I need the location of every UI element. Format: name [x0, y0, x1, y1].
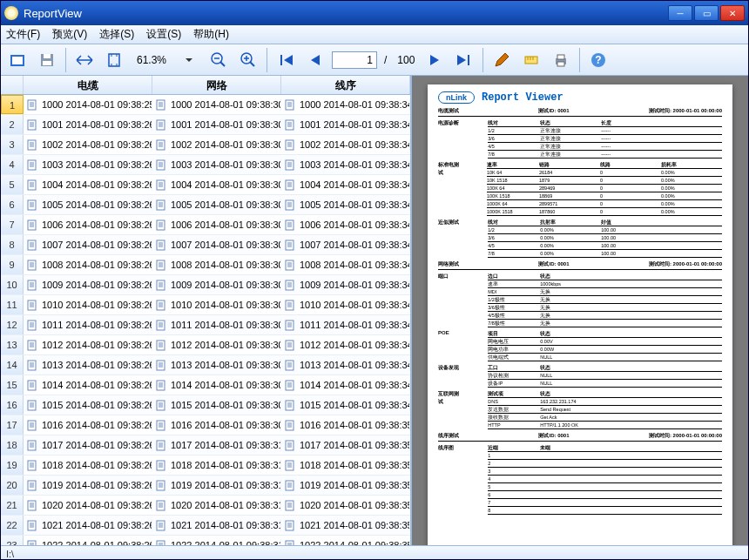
row-number[interactable]: 8 [1, 235, 24, 254]
cell-network[interactable]: 1001 2014-08-01 09:38:30 [152, 119, 281, 131]
cell-network[interactable]: 1009 2014-08-01 09:38:30 [152, 280, 281, 291]
row-number[interactable]: 1 [1, 95, 24, 114]
ruler-button[interactable] [518, 47, 544, 73]
cell-sequence[interactable]: 1017 2014-08-01 09:38:35 [281, 440, 410, 451]
cell-cable[interactable]: 1018 2014-08-01 09:38:26 [24, 460, 152, 471]
cell-cable[interactable]: 1006 2014-08-01 09:38:26 [24, 219, 152, 231]
table-row[interactable]: 7 1006 2014-08-01 09:38:26 1006 2014-08-… [1, 215, 410, 235]
help-button[interactable]: ? [585, 47, 611, 73]
first-page-button[interactable] [273, 47, 299, 73]
row-number[interactable]: 17 [1, 415, 24, 435]
zoom-out-button[interactable] [206, 47, 232, 73]
cell-cable[interactable]: 1021 2014-08-01 09:38:26 [24, 520, 152, 531]
menu-settings[interactable]: 设置(S) [146, 27, 181, 42]
table-row[interactable]: 14 1013 2014-08-01 09:38:26 1013 2014-08… [1, 355, 410, 375]
table-row[interactable]: 15 1014 2014-08-01 09:38:26 1014 2014-08… [1, 375, 410, 395]
table-row[interactable]: 1 1000 2014-08-01 09:38:25 1000 2014-08-… [1, 95, 410, 115]
cell-network[interactable]: 1018 2014-08-01 09:38:31 [152, 460, 281, 471]
table-row[interactable]: 17 1016 2014-08-01 09:38:26 1016 2014-08… [1, 415, 410, 435]
row-number[interactable]: 20 [1, 476, 24, 495]
cell-cable[interactable]: 1019 2014-08-01 09:38:26 [24, 480, 152, 491]
fit-page-button[interactable] [101, 47, 127, 73]
col-cable[interactable]: 电缆 [24, 76, 152, 94]
edit-button[interactable] [489, 47, 515, 73]
cell-sequence[interactable]: 1022 2014-08-01 09:38:35 [281, 540, 410, 546]
cell-sequence[interactable]: 1016 2014-08-01 09:38:35 [281, 420, 410, 431]
row-number[interactable]: 14 [1, 355, 24, 374]
row-number[interactable]: 21 [1, 496, 24, 515]
cell-sequence[interactable]: 1021 2014-08-01 09:38:35 [281, 520, 410, 531]
row-number[interactable]: 6 [1, 195, 24, 214]
cell-sequence[interactable]: 1014 2014-08-01 09:38:34 [281, 380, 410, 391]
cell-sequence[interactable]: 1008 2014-08-01 09:38:34 [281, 260, 410, 271]
cell-network[interactable]: 1000 2014-08-01 09:38:30 [152, 99, 281, 111]
row-number[interactable]: 11 [1, 295, 24, 314]
row-number[interactable]: 23 [1, 536, 24, 545]
page-input[interactable] [332, 51, 377, 69]
minimize-button[interactable]: ─ [668, 5, 692, 21]
table-row[interactable]: 18 1017 2014-08-01 09:38:26 1017 2014-08… [1, 435, 410, 455]
cell-cable[interactable]: 1008 2014-08-01 09:38:26 [24, 260, 152, 271]
print-button[interactable] [548, 47, 574, 73]
cell-sequence[interactable]: 1011 2014-08-01 09:38:34 [281, 320, 410, 331]
table-row[interactable]: 12 1011 2014-08-01 09:38:26 1011 2014-08… [1, 315, 410, 335]
cell-sequence[interactable]: 1012 2014-08-01 09:38:34 [281, 340, 410, 351]
cell-cable[interactable]: 1017 2014-08-01 09:38:26 [24, 440, 152, 451]
menu-help[interactable]: 帮助(H) [193, 27, 229, 42]
fit-width-button[interactable] [71, 47, 98, 73]
cell-network[interactable]: 1002 2014-08-01 09:38:30 [152, 139, 281, 151]
col-sequence[interactable]: 线序 [281, 76, 410, 94]
row-number[interactable]: 18 [1, 435, 24, 455]
row-number[interactable]: 15 [1, 375, 24, 395]
cell-cable[interactable]: 1002 2014-08-01 09:38:26 [24, 139, 152, 151]
table-row[interactable]: 20 1019 2014-08-01 09:38:26 1019 2014-08… [1, 476, 410, 496]
cell-network[interactable]: 1012 2014-08-01 09:38:30 [152, 340, 281, 351]
grid-body[interactable]: 1 1000 2014-08-01 09:38:25 1000 2014-08-… [1, 95, 410, 545]
menu-preview[interactable]: 预览(V) [52, 27, 87, 42]
cell-sequence[interactable]: 1004 2014-08-01 09:38:34 [281, 179, 410, 191]
row-number[interactable]: 2 [1, 115, 24, 134]
cell-sequence[interactable]: 1019 2014-08-01 09:38:35 [281, 480, 410, 491]
menu-file[interactable]: 文件(F) [6, 27, 40, 42]
cell-network[interactable]: 1014 2014-08-01 09:38:30 [152, 380, 281, 391]
table-row[interactable]: 23 1022 2014-08-01 09:38:26 1022 2014-08… [1, 536, 410, 545]
row-number[interactable]: 22 [1, 516, 24, 535]
cell-sequence[interactable]: 1010 2014-08-01 09:38:34 [281, 300, 410, 311]
cell-sequence[interactable]: 1018 2014-08-01 09:38:35 [281, 460, 410, 471]
cell-cable[interactable]: 1013 2014-08-01 09:38:26 [24, 360, 152, 371]
cell-cable[interactable]: 1009 2014-08-01 09:38:26 [24, 280, 152, 291]
cell-sequence[interactable]: 1020 2014-08-01 09:38:35 [281, 500, 410, 511]
zoom-in-button[interactable] [235, 47, 261, 73]
cell-sequence[interactable]: 1007 2014-08-01 09:38:34 [281, 240, 410, 251]
cell-sequence[interactable]: 1002 2014-08-01 09:38:34 [281, 139, 410, 151]
table-row[interactable]: 2 1001 2014-08-01 09:38:26 1001 2014-08-… [1, 115, 410, 135]
cell-sequence[interactable]: 1006 2014-08-01 09:38:34 [281, 219, 410, 231]
cell-network[interactable]: 1004 2014-08-01 09:38:30 [152, 179, 281, 191]
row-number[interactable]: 7 [1, 215, 24, 234]
table-row[interactable]: 22 1021 2014-08-01 09:38:26 1021 2014-08… [1, 516, 410, 536]
table-row[interactable]: 10 1009 2014-08-01 09:38:26 1009 2014-08… [1, 275, 410, 295]
cell-sequence[interactable]: 1000 2014-08-01 09:38:34 [281, 99, 410, 111]
table-row[interactable]: 4 1003 2014-08-01 09:38:26 1003 2014-08-… [1, 155, 410, 175]
table-row[interactable]: 3 1002 2014-08-01 09:38:26 1002 2014-08-… [1, 135, 410, 155]
cell-cable[interactable]: 1010 2014-08-01 09:38:26 [24, 300, 152, 311]
cell-cable[interactable]: 1020 2014-08-01 09:38:26 [24, 500, 152, 511]
cell-network[interactable]: 1011 2014-08-01 09:38:30 [152, 320, 281, 331]
save-button[interactable] [34, 47, 60, 73]
row-number[interactable]: 3 [1, 135, 24, 154]
preview-pane[interactable]: nLink Report Viewer 电缆测试 测试ID: 0001 测试时间… [412, 76, 748, 545]
last-page-button[interactable] [451, 47, 477, 73]
col-network[interactable]: 网络 [152, 76, 281, 94]
cell-network[interactable]: 1013 2014-08-01 09:38:30 [152, 360, 281, 371]
menu-select[interactable]: 选择(S) [99, 27, 134, 42]
next-page-button[interactable] [422, 47, 448, 73]
table-row[interactable]: 5 1004 2014-08-01 09:38:26 1004 2014-08-… [1, 175, 410, 195]
row-number[interactable]: 13 [1, 335, 24, 354]
cell-network[interactable]: 1020 2014-08-01 09:38:31 [152, 500, 281, 511]
cell-cable[interactable]: 1015 2014-08-01 09:38:26 [24, 400, 152, 411]
cell-sequence[interactable]: 1005 2014-08-01 09:38:34 [281, 199, 410, 211]
cell-sequence[interactable]: 1003 2014-08-01 09:38:34 [281, 159, 410, 171]
row-number[interactable]: 4 [1, 155, 24, 174]
cell-cable[interactable]: 1022 2014-08-01 09:38:26 [24, 540, 152, 546]
row-number[interactable]: 16 [1, 395, 24, 415]
